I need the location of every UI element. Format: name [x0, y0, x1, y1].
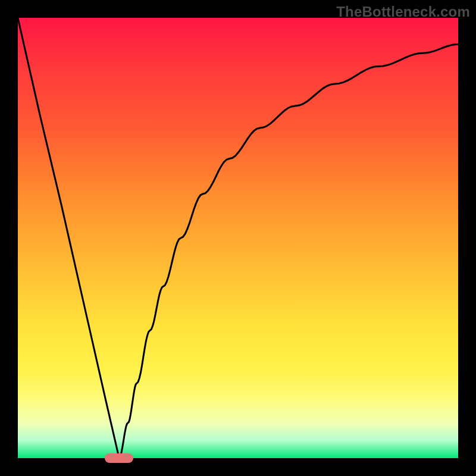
right-branch-path	[119, 44, 458, 458]
plot-area	[18, 18, 458, 458]
bottleneck-marker	[105, 453, 133, 463]
left-branch-path	[18, 18, 119, 458]
curve-layer	[18, 18, 458, 458]
chart-frame: TheBottleneck.com	[0, 0, 476, 476]
